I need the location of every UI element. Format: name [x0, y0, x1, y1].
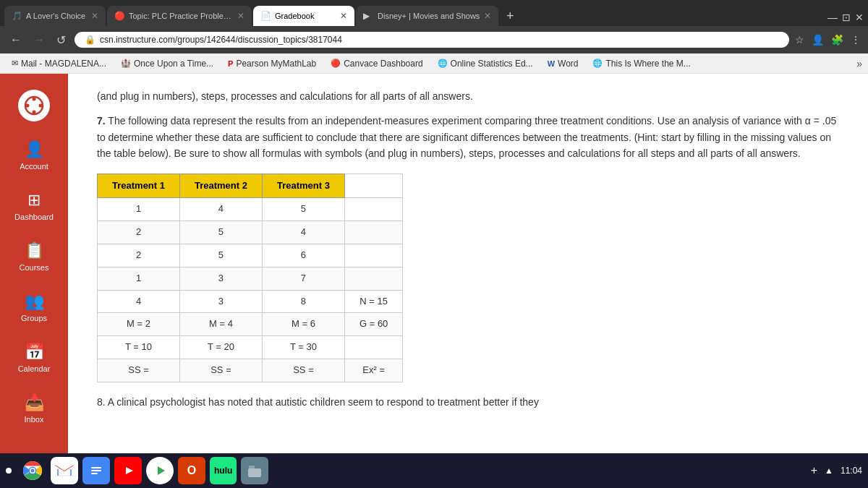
account-icon: 👤 [25, 140, 44, 159]
sidebar-logo [12, 81, 56, 130]
address-bar[interactable]: 🔒 csn.instructure.com/groups/142644/disc… [75, 32, 789, 48]
add-icon[interactable]: + [811, 464, 817, 477]
cell-g: G = 60 [344, 313, 402, 336]
cell: SS = [179, 359, 262, 382]
sidebar-item-courses[interactable]: 📋 Courses [0, 231, 68, 282]
cell [344, 267, 402, 290]
table-row: 4 3 8 N = 15 [98, 290, 403, 313]
word-icon: W [548, 59, 555, 68]
maximize-button[interactable]: ⊡ [842, 12, 851, 23]
sidebar-item-dashboard[interactable]: ⊞ Dashboard [0, 181, 68, 231]
tab-close[interactable]: ✕ [91, 11, 98, 21]
hulu-icon: hulu [214, 466, 232, 476]
svg-rect-19 [248, 468, 261, 477]
sidebar-item-calendar[interactable]: 📅 Calendar [0, 333, 68, 383]
bookmark-star[interactable]: ☆ [795, 34, 804, 46]
cell: 5 [179, 244, 262, 267]
arrow-icon[interactable]: ▲ [825, 466, 833, 476]
taskbar-time: 11:04 [841, 466, 862, 476]
question8-paragraph: 8. A clinical psychologist has noted tha… [97, 394, 839, 410]
bookmark-label: Once Upon a Time... [134, 59, 213, 69]
bookmark-statistics[interactable]: 🌐 Online Statistics Ed... [432, 57, 539, 70]
back-button[interactable]: ← [7, 32, 25, 48]
cell: SS = [98, 359, 180, 382]
minimize-button[interactable]: — [827, 12, 838, 23]
taskbar-play[interactable] [146, 457, 174, 484]
bookmark-word[interactable]: W Word [542, 57, 584, 70]
bookmark-pearson[interactable]: P Pearson MyMathLab [222, 57, 322, 70]
inbox-icon: 📥 [25, 393, 44, 412]
extension-icon[interactable]: 🧩 [831, 34, 843, 46]
bookmark-thisis[interactable]: 🌐 This Is Where the M... [587, 57, 696, 70]
col-header-treatment3: Treatment 3 [262, 174, 344, 198]
chrome-icon [22, 460, 43, 481]
tab-disney[interactable]: ▶ Disney+ | Movies and Shows ✕ [356, 6, 498, 26]
browser-chrome: 🎵 A Lover's Choice ✕ 🔴 Topic: PLC Practi… [0, 0, 868, 74]
reload-button[interactable]: ↺ [54, 32, 69, 48]
globe2-icon: 🌐 [592, 59, 603, 68]
bookmark-canvace[interactable]: 🔴 Canvace Dashboard [325, 57, 428, 70]
cell: 4 [98, 290, 180, 313]
tab-title: Topic: PLC Practice Problems [129, 12, 233, 20]
tab-gradebook[interactable]: 📄 Gradebook ✕ [253, 6, 354, 26]
bookmark-label: Canvace Dashboard [344, 59, 422, 69]
bookmark-label: Word [558, 59, 578, 69]
taskbar-hulu[interactable]: hulu [210, 457, 237, 484]
cell: 2 [98, 244, 180, 267]
sidebar: 👤 Account ⊞ Dashboard 📋 Courses 👥 Groups… [0, 74, 68, 488]
bookmark-label: This Is Where the M... [605, 59, 690, 69]
svg-rect-13 [91, 473, 98, 474]
globe-icon: 🌐 [438, 59, 448, 68]
new-tab-button[interactable]: + [500, 6, 520, 26]
taskbar-right: + ▲ 11:04 [811, 464, 862, 477]
address-bar-row: ← → ↺ 🔒 csn.instructure.com/groups/14264… [0, 26, 868, 53]
url-display: csn.instructure.com/groups/142644/discus… [100, 35, 342, 45]
tab-favicon: 📄 [260, 11, 271, 21]
tab-lovers-choice[interactable]: 🎵 A Lover's Choice ✕ [4, 6, 106, 26]
taskbar-gmail[interactable] [51, 457, 78, 484]
menu-icon[interactable]: ⋮ [851, 34, 861, 46]
taskbar-youtube[interactable] [114, 457, 142, 484]
profile-icon[interactable]: 👤 [812, 34, 824, 46]
taskbar-docs[interactable] [82, 457, 110, 484]
close-window-button[interactable]: ✕ [855, 12, 864, 23]
cell: 5 [262, 198, 344, 221]
taskbar-files[interactable] [241, 457, 268, 484]
bookmark-mail[interactable]: ✉ Mail - MAGDALENA... [6, 57, 112, 70]
taskbar-chrome[interactable] [19, 457, 46, 484]
table-row: 2 5 6 [98, 244, 403, 267]
table-row: 1 4 5 [98, 198, 403, 221]
cell [344, 336, 402, 359]
sidebar-item-account[interactable]: 👤 Account [0, 130, 68, 181]
logo-circle [18, 90, 50, 121]
calendar-icon: 📅 [25, 343, 44, 361]
col-header-treatment1: Treatment 1 [98, 174, 180, 198]
cell: 3 [179, 290, 262, 313]
question7-number: 7. [97, 115, 106, 127]
taskbar-office[interactable]: O [178, 457, 205, 484]
sidebar-item-inbox[interactable]: 📥 Inbox [0, 383, 68, 434]
tab-close[interactable]: ✕ [237, 11, 244, 21]
bookmarks-more-button[interactable]: » [856, 58, 862, 69]
cell: 2 [98, 221, 180, 244]
cell: 1 [98, 267, 180, 290]
cell: 1 [98, 198, 180, 221]
sidebar-item-label: Account [20, 162, 48, 171]
table-row: T = 10 T = 20 T = 30 [98, 336, 403, 359]
cell [344, 221, 402, 244]
tab-close[interactable]: ✕ [484, 11, 491, 21]
table-row: 1 3 7 [98, 267, 403, 290]
cell: 5 [179, 221, 262, 244]
tab-plc[interactable]: 🔴 Topic: PLC Practice Problems ✕ [107, 6, 252, 26]
svg-point-3 [26, 104, 30, 108]
tab-title: Disney+ | Movies and Shows [378, 12, 480, 20]
bookmark-onceupon[interactable]: 🏰 Once Upon a Time... [115, 57, 219, 70]
svg-point-4 [39, 104, 43, 108]
office-icon: O [187, 464, 196, 477]
content-text: (and plug in numbers), steps, processes … [97, 88, 839, 410]
cell: 6 [262, 244, 344, 267]
bookmarks-bar: ✉ Mail - MAGDALENA... 🏰 Once Upon a Time… [0, 53, 868, 74]
tab-close[interactable]: ✕ [340, 11, 347, 21]
forward-button[interactable]: → [30, 32, 48, 48]
sidebar-item-groups[interactable]: 👥 Groups [0, 282, 68, 333]
